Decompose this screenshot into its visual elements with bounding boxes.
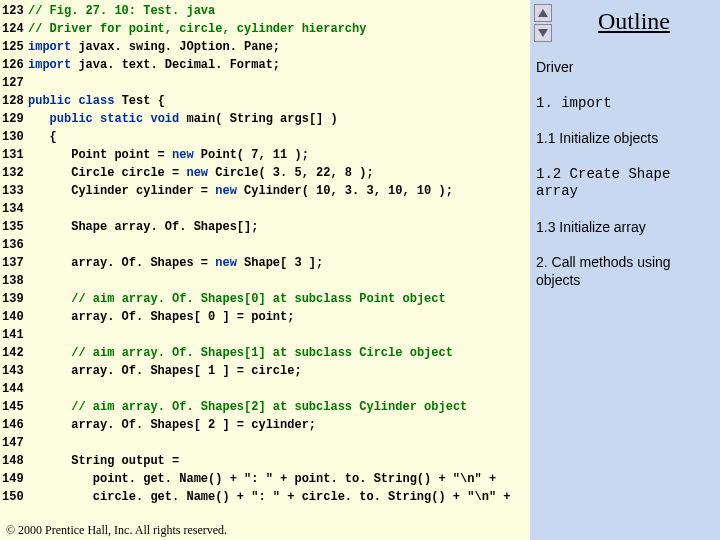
code-line: 147 bbox=[0, 434, 530, 452]
keyword-token: public bbox=[50, 112, 93, 126]
code-line: 134 bbox=[0, 200, 530, 218]
code-text bbox=[28, 326, 530, 344]
code-text: import java. text. Decimal. Format; bbox=[28, 56, 530, 74]
code-text: array. Of. Shapes = new Shape[ 3 ]; bbox=[28, 254, 530, 272]
code-text: String output = bbox=[28, 452, 530, 470]
outline-sidebar: Outline Driver1. import1.1 Initialize ob… bbox=[530, 0, 720, 540]
line-number: 129 bbox=[0, 110, 28, 128]
code-line: 131 Point point = new Point( 7, 11 ); bbox=[0, 146, 530, 164]
line-number: 147 bbox=[0, 434, 28, 452]
code-text: // aim array. Of. Shapes[2] at subclass … bbox=[28, 398, 530, 416]
slide-container: 123// Fig. 27. 10: Test. java124// Drive… bbox=[0, 0, 720, 540]
plain-token: Shape[ 3 ]; bbox=[237, 256, 323, 270]
keyword-token: new bbox=[186, 166, 208, 180]
line-number: 148 bbox=[0, 452, 28, 470]
code-text bbox=[28, 434, 530, 452]
code-line: 128public class Test { bbox=[0, 92, 530, 110]
code-text: point. get. Name() + ": " + point. to. S… bbox=[28, 470, 530, 488]
code-text: // Driver for point, circle, cylinder hi… bbox=[28, 20, 530, 38]
line-number: 142 bbox=[0, 344, 28, 362]
code-text bbox=[28, 200, 530, 218]
plain-token bbox=[28, 346, 71, 360]
code-line: 150 circle. get. Name() + ": " + circle.… bbox=[0, 488, 530, 506]
outline-note: 1.2 Create Shape array bbox=[536, 166, 714, 201]
plain-token: Cylinder( 10, 3. 3, 10, 10 ); bbox=[237, 184, 453, 198]
keyword-token: new bbox=[215, 184, 237, 198]
triangle-down-icon bbox=[538, 29, 548, 37]
outline-notes: Driver1. import1.1 Initialize objects1.2… bbox=[536, 59, 714, 289]
plain-token: java. text. Decimal. Format; bbox=[71, 58, 280, 72]
code-text: Circle circle = new Circle( 3. 5, 22, 8 … bbox=[28, 164, 530, 182]
line-number: 132 bbox=[0, 164, 28, 182]
plain-token bbox=[28, 400, 71, 414]
plain-token: Point( 7, 11 ); bbox=[194, 148, 309, 162]
code-pane: 123// Fig. 27. 10: Test. java124// Drive… bbox=[0, 0, 530, 540]
code-text: array. Of. Shapes[ 0 ] = point; bbox=[28, 308, 530, 326]
line-number: 143 bbox=[0, 362, 28, 380]
code-text: { bbox=[28, 128, 530, 146]
code-line: 132 Circle circle = new Circle( 3. 5, 22… bbox=[0, 164, 530, 182]
plain-token bbox=[28, 292, 71, 306]
keyword-token: static bbox=[100, 112, 143, 126]
keyword-token: class bbox=[78, 94, 114, 108]
line-number: 130 bbox=[0, 128, 28, 146]
plain-token: Circle( 3. 5, 22, 8 ); bbox=[208, 166, 374, 180]
line-number: 127 bbox=[0, 74, 28, 92]
line-number: 144 bbox=[0, 380, 28, 398]
code-text: Point point = new Point( 7, 11 ); bbox=[28, 146, 530, 164]
line-number: 141 bbox=[0, 326, 28, 344]
plain-token: main( String args[] ) bbox=[179, 112, 337, 126]
code-line: 123// Fig. 27. 10: Test. java bbox=[0, 2, 530, 20]
plain-token: array. Of. Shapes[ 1 ] = circle; bbox=[28, 364, 302, 378]
code-line: 145 // aim array. Of. Shapes[2] at subcl… bbox=[0, 398, 530, 416]
code-line: 140 array. Of. Shapes[ 0 ] = point; bbox=[0, 308, 530, 326]
line-number: 139 bbox=[0, 290, 28, 308]
comment-token: // aim array. Of. Shapes[2] at subclass … bbox=[71, 400, 467, 414]
line-number: 126 bbox=[0, 56, 28, 74]
code-text: import javax. swing. JOption. Pane; bbox=[28, 38, 530, 56]
line-number: 135 bbox=[0, 218, 28, 236]
line-number: 146 bbox=[0, 416, 28, 434]
plain-token bbox=[93, 112, 100, 126]
triangle-up-icon bbox=[538, 9, 548, 17]
comment-token: // Fig. 27. 10: Test. java bbox=[28, 4, 215, 18]
code-line: 130 { bbox=[0, 128, 530, 146]
keyword-token: import bbox=[28, 40, 71, 54]
plain-token: circle. get. Name() + ": " + circle. to.… bbox=[28, 490, 510, 504]
line-number: 131 bbox=[0, 146, 28, 164]
code-text: array. Of. Shapes[ 1 ] = circle; bbox=[28, 362, 530, 380]
code-line: 124// Driver for point, circle, cylinder… bbox=[0, 20, 530, 38]
plain-token: array. Of. Shapes = bbox=[28, 256, 215, 270]
code-line: 143 array. Of. Shapes[ 1 ] = circle; bbox=[0, 362, 530, 380]
code-line: 144 bbox=[0, 380, 530, 398]
comment-token: // Driver for point, circle, cylinder hi… bbox=[28, 22, 366, 36]
code-text bbox=[28, 236, 530, 254]
plain-token bbox=[28, 112, 50, 126]
line-number: 136 bbox=[0, 236, 28, 254]
plain-token: array. Of. Shapes[ 0 ] = point; bbox=[28, 310, 294, 324]
code-line: 148 String output = bbox=[0, 452, 530, 470]
line-number: 124 bbox=[0, 20, 28, 38]
code-text bbox=[28, 380, 530, 398]
plain-token: String output = bbox=[28, 454, 179, 468]
line-number: 149 bbox=[0, 470, 28, 488]
code-line: 137 array. Of. Shapes = new Shape[ 3 ]; bbox=[0, 254, 530, 272]
plain-token: Circle circle = bbox=[28, 166, 186, 180]
line-number: 134 bbox=[0, 200, 28, 218]
code-line: 126import java. text. Decimal. Format; bbox=[0, 56, 530, 74]
nav-up-button[interactable] bbox=[534, 4, 552, 22]
keyword-token: new bbox=[215, 256, 237, 270]
code-text bbox=[28, 74, 530, 92]
nav-down-button[interactable] bbox=[534, 24, 552, 42]
code-text: public static void main( String args[] ) bbox=[28, 110, 530, 128]
plain-token: Cylinder cylinder = bbox=[28, 184, 215, 198]
code-text: array. Of. Shapes[ 2 ] = cylinder; bbox=[28, 416, 530, 434]
code-text: Shape array. Of. Shapes[]; bbox=[28, 218, 530, 236]
code-line: 149 point. get. Name() + ": " + point. t… bbox=[0, 470, 530, 488]
code-line: 146 array. Of. Shapes[ 2 ] = cylinder; bbox=[0, 416, 530, 434]
code-line: 139 // aim array. Of. Shapes[0] at subcl… bbox=[0, 290, 530, 308]
plain-token: Point point = bbox=[28, 148, 172, 162]
plain-token: { bbox=[28, 130, 57, 144]
comment-token: // aim array. Of. Shapes[1] at subclass … bbox=[71, 346, 453, 360]
outline-title: Outline bbox=[554, 8, 714, 35]
